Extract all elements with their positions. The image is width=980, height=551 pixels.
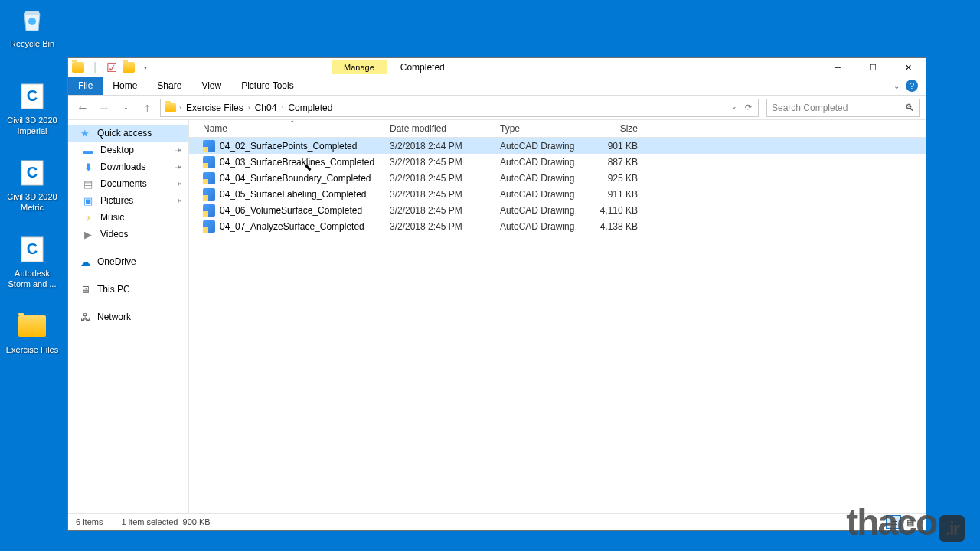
- app-icon: [17, 5, 47, 35]
- sidebar-music[interactable]: ♪Music: [68, 209, 188, 226]
- dwg-file-icon: [203, 204, 215, 217]
- file-list-pane: ⌃Name Date modified Type Size 04_02_Surf…: [189, 120, 926, 513]
- file-type: AutoCAD Drawing: [500, 157, 592, 168]
- file-type: AutoCAD Drawing: [500, 189, 592, 200]
- file-date: 3/2/2018 2:45 PM: [390, 157, 500, 168]
- music-icon: ♪: [82, 211, 94, 223]
- sidebar-videos[interactable]: ▶Videos: [68, 226, 188, 243]
- address-bar[interactable]: › Exercise Files › Ch04 › Completed ⌄ ⟳: [160, 99, 759, 117]
- file-row[interactable]: 04_02_SurfacePoints_Completed3/2/2018 2:…: [189, 138, 926, 154]
- status-item-count: 6 items: [76, 517, 103, 527]
- file-row[interactable]: 04_07_AnalyzeSurface_Completed3/2/2018 2…: [189, 218, 926, 234]
- desktop-icon[interactable]: Exercise Files: [3, 311, 61, 355]
- column-name[interactable]: ⌃Name: [189, 123, 390, 134]
- desktop-icon-label: Civil 3D 2020 Metric: [3, 191, 61, 214]
- status-selection: 1 item selected: [121, 517, 178, 527]
- qat-dropdown-icon[interactable]: ▾: [139, 60, 152, 74]
- forward-button[interactable]: →: [96, 99, 113, 116]
- picture-tools-tab[interactable]: Picture Tools: [231, 77, 303, 95]
- status-bar: 6 items 1 item selected 900 KB ≣ ▦: [68, 513, 926, 530]
- manage-tab[interactable]: Manage: [332, 60, 387, 74]
- file-size: 887 KB: [592, 157, 645, 168]
- svg-text:C: C: [27, 87, 38, 104]
- explorer-window: | ☑ ▾ Manage Completed ─ ☐ ✕ File Home S…: [67, 57, 926, 531]
- sidebar-thispc[interactable]: 🖥︎This PC: [68, 281, 188, 298]
- view-tab[interactable]: View: [191, 77, 231, 95]
- sidebar-onedrive[interactable]: ☁OneDrive: [68, 253, 188, 270]
- dwg-file-icon: [203, 220, 215, 233]
- file-row[interactable]: 04_05_SurfaceLabeling_Completed3/2/2018 …: [189, 186, 926, 202]
- column-date[interactable]: Date modified: [390, 123, 500, 134]
- sidebar-downloads[interactable]: ⬇Downloads📌︎: [68, 158, 188, 175]
- file-date: 3/2/2018 2:45 PM: [390, 189, 500, 200]
- address-dropdown-icon[interactable]: ⌄: [728, 103, 740, 112]
- pictures-icon: ▣: [82, 194, 94, 207]
- file-tab[interactable]: File: [68, 77, 103, 95]
- file-date: 3/2/2018 2:45 PM: [390, 173, 500, 184]
- file-size: 4,138 KB: [592, 221, 645, 232]
- videos-icon: ▶: [82, 228, 94, 240]
- pin-icon: 📌︎: [173, 161, 185, 173]
- properties-icon[interactable]: ☑: [105, 60, 119, 74]
- file-name: 04_03_SurfaceBreaklines_Completed: [220, 157, 390, 168]
- breadcrumb-seg[interactable]: Completed: [285, 103, 335, 113]
- file-name: 04_05_SurfaceLabeling_Completed: [220, 189, 390, 200]
- network-icon: 🖧︎: [79, 311, 91, 323]
- close-button[interactable]: ✕: [890, 59, 926, 77]
- file-name: 04_02_SurfacePoints_Completed: [220, 141, 390, 152]
- file-row[interactable]: 04_04_SurfaceBoundary_Completed3/2/2018 …: [189, 170, 926, 186]
- file-name: 04_04_SurfaceBoundary_Completed: [220, 173, 390, 184]
- pin-icon: 📌︎: [173, 195, 185, 207]
- download-icon: ⬇: [82, 161, 94, 173]
- chevron-right-icon[interactable]: ›: [247, 104, 252, 112]
- desktop-icon[interactable]: Recycle Bin: [3, 5, 61, 49]
- desktop-icon[interactable]: CCivil 3D 2020 Imperial: [3, 81, 61, 137]
- file-type: AutoCAD Drawing: [500, 205, 592, 216]
- sidebar-pictures[interactable]: ▣Pictures📌︎: [68, 192, 188, 209]
- desktop-icon-label: Exercise Files: [3, 344, 61, 355]
- chevron-right-icon[interactable]: ›: [178, 104, 183, 112]
- app-icon: [17, 311, 47, 341]
- pc-icon: 🖥︎: [79, 283, 91, 295]
- qat-separator: |: [88, 60, 102, 74]
- ribbon-chevron-icon[interactable]: ⌄: [893, 82, 900, 90]
- breadcrumb-seg[interactable]: Exercise Files: [183, 103, 247, 113]
- desktop-icon[interactable]: CCivil 3D 2020 Metric: [3, 158, 61, 214]
- maximize-button[interactable]: ☐: [855, 59, 890, 77]
- sidebar-desktop[interactable]: ▬Desktop📌︎: [68, 142, 188, 158]
- refresh-icon[interactable]: ⟳: [742, 103, 755, 112]
- share-tab[interactable]: Share: [147, 77, 191, 95]
- up-button[interactable]: ↑: [139, 99, 155, 116]
- chevron-right-icon[interactable]: ›: [279, 104, 285, 112]
- home-tab[interactable]: Home: [103, 77, 147, 95]
- svg-text:C: C: [27, 240, 38, 257]
- folder-icon: [71, 60, 85, 74]
- column-headers: ⌃Name Date modified Type Size: [189, 120, 926, 138]
- column-type[interactable]: Type: [500, 123, 592, 134]
- recent-dropdown-icon[interactable]: ⌄: [117, 99, 134, 116]
- sidebar-quick-access[interactable]: ★Quick access: [68, 125, 188, 142]
- help-icon[interactable]: ?: [906, 80, 918, 92]
- navigation-pane: ★Quick access ▬Desktop📌︎ ⬇Downloads📌︎ ▤D…: [68, 120, 189, 513]
- search-input[interactable]: Search Completed 🔍︎: [766, 99, 920, 117]
- file-size: 4,110 KB: [592, 205, 645, 216]
- sidebar-network[interactable]: 🖧︎Network: [68, 308, 188, 325]
- app-icon: C: [17, 158, 47, 188]
- desktop-icon-label: Civil 3D 2020 Imperial: [3, 115, 61, 137]
- svg-text:C: C: [27, 164, 38, 181]
- sidebar-documents[interactable]: ▤Documents📌︎: [68, 175, 188, 192]
- desktop-icon[interactable]: CAutodesk Storm and ...: [3, 234, 61, 290]
- column-size[interactable]: Size: [592, 123, 645, 134]
- search-placeholder: Search Completed: [772, 103, 848, 113]
- dwg-file-icon: [203, 188, 215, 201]
- file-type: AutoCAD Drawing: [500, 173, 592, 184]
- app-icon: C: [17, 81, 47, 112]
- file-row[interactable]: 04_03_SurfaceBreaklines_Completed3/2/201…: [189, 154, 926, 170]
- search-icon[interactable]: 🔍︎: [905, 103, 914, 113]
- minimize-button[interactable]: ─: [820, 59, 855, 77]
- dwg-file-icon: [203, 172, 215, 184]
- breadcrumb-seg[interactable]: Ch04: [252, 103, 280, 113]
- file-row[interactable]: 04_06_VolumeSurface_Completed3/2/2018 2:…: [189, 202, 926, 218]
- back-button[interactable]: ←: [74, 99, 91, 116]
- new-folder-icon[interactable]: [122, 60, 136, 74]
